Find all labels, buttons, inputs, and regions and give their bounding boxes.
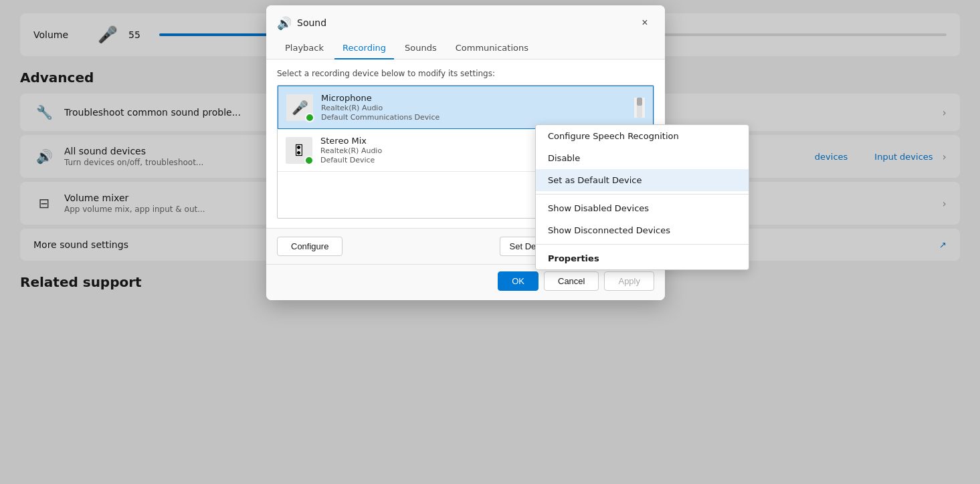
dialog-instruction: Select a recording device below to modif… [277,69,654,78]
dialog-tabs: Playback Recording Sounds Communications [266,37,665,59]
status-dot-stereo [304,156,314,165]
configure-button[interactable]: Configure [277,237,342,256]
context-item-show-disabled[interactable]: Show Disabled Devices [536,197,749,219]
tab-sounds[interactable]: Sounds [397,37,445,59]
context-item-set-default[interactable]: Set as Default Device [536,169,749,191]
svg-rect-1 [637,98,642,106]
dialog-close-button[interactable]: × [635,13,654,32]
dialog-titlebar: 🔊 Sound × [266,5,665,37]
context-item-properties[interactable]: Properties [536,247,749,269]
apply-button[interactable]: Apply [604,271,654,291]
cancel-button[interactable]: Cancel [544,271,599,291]
dialog-title: 🔊 Sound [277,16,326,30]
separator-1 [536,194,749,195]
sound-dialog-icon: 🔊 [277,16,292,30]
tab-recording[interactable]: Recording [334,37,394,59]
microphone-text: Microphone Realtek(R) Audio Default Comm… [321,93,626,122]
ok-button[interactable]: OK [498,271,538,291]
context-item-show-disconnected[interactable]: Show Disconnected Devices [536,219,749,241]
footer-left: Configure [277,237,342,256]
device-microphone[interactable]: 🎤 Microphone Realtek(R) Audio Default Co… [278,86,654,129]
context-item-disable[interactable]: Disable [536,147,749,169]
context-menu: Configure Speech Recognition Disable Set… [535,124,749,270]
scrollbar[interactable] [634,98,645,118]
tab-playback[interactable]: Playback [277,37,332,59]
stereo-mix-device-icon: 🎛 [286,137,312,164]
context-item-configure-speech[interactable]: Configure Speech Recognition [536,125,749,147]
microphone-sub1: Realtek(R) Audio [321,104,626,112]
dialog-title-text: Sound [297,17,326,28]
microphone-device-icon: 🎤 [286,94,313,121]
status-dot-microphone [305,113,314,122]
separator-2 [536,244,749,245]
microphone-sub2: Default Communications Device [321,113,626,122]
microphone-name: Microphone [321,93,626,103]
tab-communications[interactable]: Communications [448,37,536,59]
